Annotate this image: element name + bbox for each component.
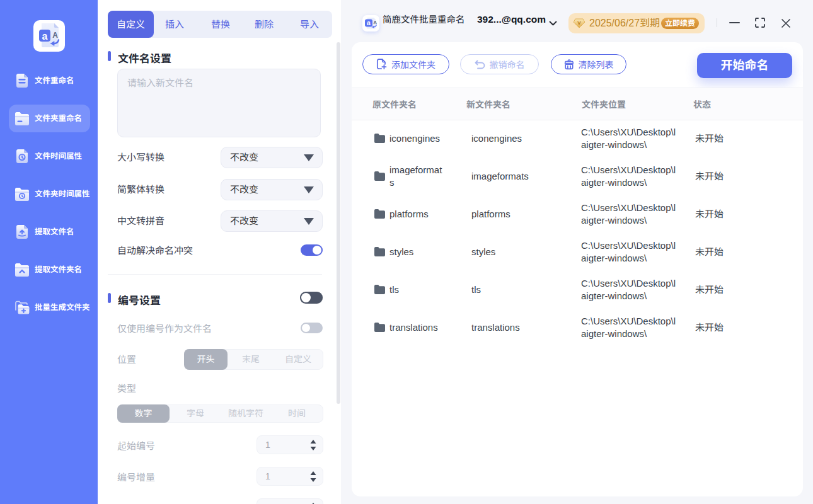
svg-text:A: A	[52, 31, 58, 40]
svg-text:A: A	[374, 20, 378, 25]
svg-text:a: a	[367, 19, 371, 26]
svg-text:a: a	[42, 31, 48, 42]
svg-text:V: V	[577, 20, 581, 26]
